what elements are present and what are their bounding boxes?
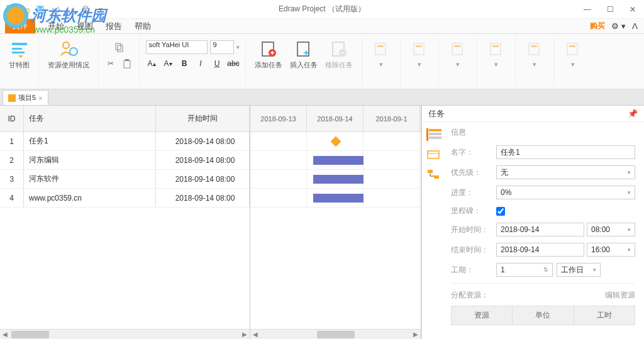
buy-link[interactable]: 购买: [590, 21, 605, 31]
add-task-button[interactable]: 添加任务: [251, 38, 286, 71]
resource-usage-button[interactable]: 资源使用情况: [44, 38, 93, 71]
res-col-work[interactable]: 工时: [574, 306, 635, 325]
table-row[interactable]: 4www.pc0359.cn2018-09-14 08:00: [0, 189, 250, 208]
qat-save-icon[interactable]: [35, 4, 45, 14]
remove-task-icon: [329, 39, 349, 59]
table-row[interactable]: 1任务12018-09-14 08:00: [0, 132, 250, 151]
name-field[interactable]: 任务1: [496, 145, 635, 159]
edit-resource-link[interactable]: 编辑资源: [605, 290, 635, 301]
svg-rect-28: [531, 45, 537, 47]
table-row[interactable]: 2河东编辑2018-09-14 08:00: [0, 151, 250, 170]
svg-rect-21: [414, 43, 424, 55]
link-tab-icon[interactable]: [426, 169, 441, 181]
collapse-ribbon-icon[interactable]: ᐱ: [632, 21, 638, 31]
col-id[interactable]: ID: [0, 106, 24, 131]
duration-field[interactable]: 1⇅: [496, 263, 553, 277]
col-task[interactable]: 任务: [24, 106, 156, 131]
menu-file[interactable]: 文件: [5, 19, 35, 33]
qat-redo-icon[interactable]: [65, 4, 75, 14]
increase-font-button[interactable]: A▴: [145, 57, 158, 70]
progress-field[interactable]: 0%▾: [496, 186, 635, 199]
minimize-button[interactable]: —: [576, 1, 599, 18]
end-time-field[interactable]: 16:00▾: [587, 243, 635, 257]
gantt-bar[interactable]: [313, 175, 364, 184]
decrease-font-button[interactable]: A▾: [161, 57, 175, 70]
svg-rect-2: [38, 6, 42, 9]
qat-more-icon[interactable]: ▾: [96, 4, 106, 14]
end-date-field[interactable]: 2018-09-14: [496, 243, 584, 257]
font-family-select[interactable]: soft YaHei UI: [146, 40, 208, 54]
table-row[interactable]: 3河东软件2018-09-14 08:00: [0, 170, 250, 189]
duration-unit-select[interactable]: 工作日▾: [557, 263, 601, 277]
gantt-bar[interactable]: [313, 156, 364, 165]
info-tab-icon[interactable]: [426, 128, 441, 141]
ribbon-extra-2[interactable]: ▾: [406, 38, 433, 70]
svg-rect-7: [12, 52, 25, 53]
pin-icon[interactable]: 📌: [628, 109, 638, 118]
svg-rect-3: [82, 8, 89, 11]
remove-task-button[interactable]: 移除任务: [321, 38, 357, 71]
menu-view[interactable]: 视图: [77, 21, 93, 32]
svg-point-8: [63, 42, 69, 48]
svg-rect-33: [429, 136, 441, 139]
start-time-field[interactable]: 08:00▾: [587, 223, 635, 236]
menu-start[interactable]: 开始: [48, 21, 64, 32]
gantt-date-col: 2018-09-1: [364, 106, 420, 131]
close-button[interactable]: ✕: [621, 1, 644, 18]
ribbon-extra-1[interactable]: ▾: [367, 38, 395, 70]
resource-tab-icon[interactable]: [426, 148, 441, 161]
gantt-scrollbar[interactable]: ◀▶: [250, 329, 421, 339]
add-task-icon: [258, 39, 279, 59]
ribbon-extra-6[interactable]: ▾: [559, 38, 587, 70]
paste-icon[interactable]: [120, 57, 134, 70]
svg-rect-19: [375, 43, 386, 55]
table-scrollbar[interactable]: ◀▶: [0, 329, 250, 339]
gantt-icon: [9, 39, 30, 59]
copy-icon[interactable]: [112, 40, 126, 54]
col-start[interactable]: 开始时间: [156, 106, 250, 131]
strikethrough-button[interactable]: abc: [226, 57, 240, 70]
gantt-date-col: 2018-09-13: [250, 106, 307, 131]
italic-button[interactable]: I: [194, 57, 208, 70]
res-col-unit[interactable]: 单位: [513, 306, 574, 325]
menu-report[interactable]: 报告: [106, 21, 122, 32]
bold-button[interactable]: B: [177, 57, 191, 70]
underline-button[interactable]: U: [210, 57, 224, 70]
svg-rect-30: [569, 45, 575, 47]
window-title: Edraw Project （试用版）: [279, 4, 365, 14]
svg-rect-4: [84, 6, 87, 8]
qat-open-icon[interactable]: [20, 4, 30, 14]
svg-rect-23: [452, 43, 462, 55]
gear-icon[interactable]: ⚙ ▾: [611, 21, 626, 31]
ribbon-extra-5[interactable]: ▾: [521, 38, 548, 70]
project-icon: [8, 94, 16, 102]
font-size-select[interactable]: 9: [210, 40, 234, 54]
milestone-checkbox[interactable]: [496, 207, 505, 216]
ribbon-extra-3[interactable]: ▾: [444, 38, 472, 70]
ribbon-extra-4[interactable]: ▾: [482, 38, 510, 70]
svg-rect-26: [492, 45, 499, 47]
svg-rect-13: [125, 59, 129, 61]
task-properties-pane: 任务 📌 信息 名字：任务1 优先级：无▾ 进度：0%▾ 里程碑： 开始时间： …: [421, 106, 644, 339]
qat-print-icon[interactable]: [80, 4, 91, 14]
insert-task-button[interactable]: 插入任务: [286, 38, 321, 71]
svg-rect-11: [118, 45, 123, 52]
svg-rect-22: [416, 45, 422, 47]
res-col-resource[interactable]: 资源: [452, 306, 513, 325]
gantt-date-col: 2018-09-14: [307, 106, 364, 131]
menu-help[interactable]: 帮助: [135, 21, 151, 32]
maximize-button[interactable]: ☐: [599, 1, 621, 18]
document-tabs: 项目5 ×: [0, 89, 644, 106]
svg-rect-27: [529, 43, 539, 55]
qat-new-icon[interactable]: [5, 4, 15, 14]
gantt-chart-button[interactable]: 甘特图: [5, 38, 33, 71]
close-tab-icon[interactable]: ×: [38, 94, 42, 102]
insert-task-icon: [294, 39, 314, 59]
start-date-field[interactable]: 2018-09-14: [496, 223, 584, 236]
priority-select[interactable]: 无▾: [496, 165, 635, 179]
gantt-bar[interactable]: [313, 194, 364, 203]
cut-icon[interactable]: ✂: [104, 57, 118, 70]
qat-undo-icon[interactable]: [50, 4, 60, 14]
svg-rect-32: [429, 133, 441, 135]
tab-project5[interactable]: 项目5 ×: [3, 90, 48, 105]
